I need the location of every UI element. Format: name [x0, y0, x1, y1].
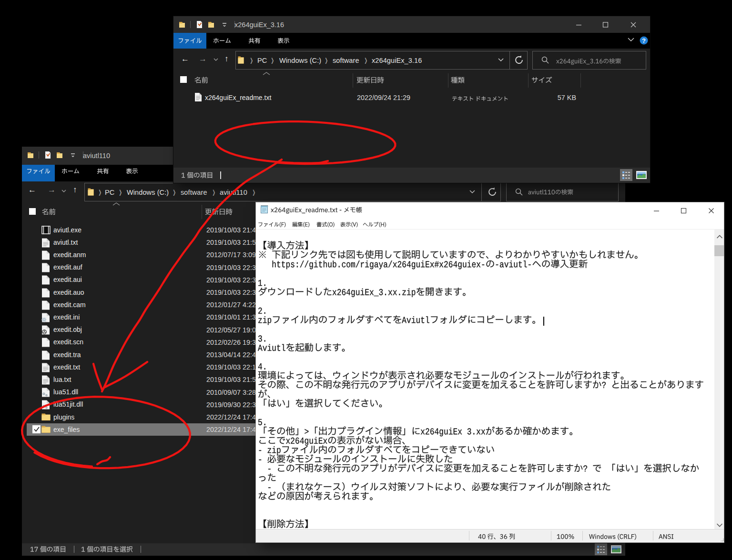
svg-text:?: ?: [642, 37, 646, 44]
